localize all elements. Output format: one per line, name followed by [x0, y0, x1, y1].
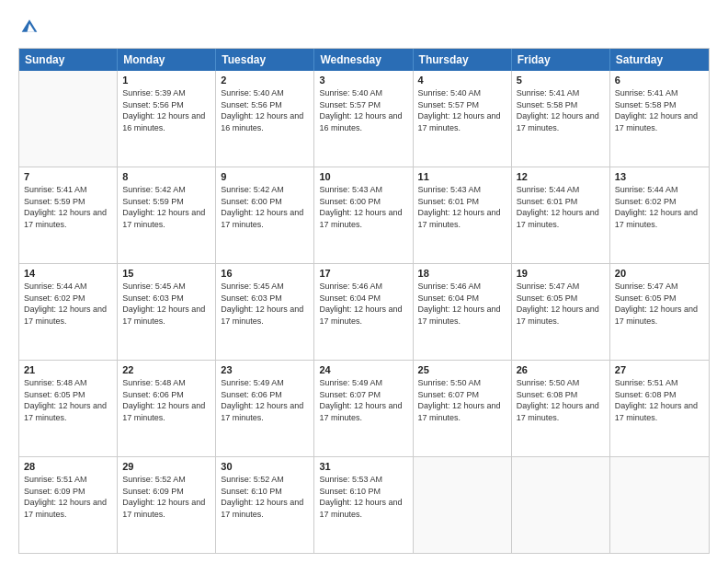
cal-header-cell: Saturday [610, 49, 709, 71]
day-number: 31 [319, 461, 407, 472]
cal-cell: 13Sunrise: 5:44 AMSunset: 6:02 PMDayligh… [610, 167, 709, 263]
cal-cell: 3Sunrise: 5:40 AMSunset: 5:57 PMDaylight… [314, 71, 413, 167]
cell-info: Sunrise: 5:40 AMSunset: 5:56 PMDaylight:… [221, 87, 309, 133]
cal-cell: 23Sunrise: 5:49 AMSunset: 6:06 PMDayligh… [216, 361, 314, 456]
cell-info: Sunrise: 5:45 AMSunset: 6:03 PMDaylight:… [221, 281, 309, 327]
day-number: 14 [24, 268, 112, 279]
cell-info: Sunrise: 5:45 AMSunset: 6:03 PMDaylight:… [122, 281, 210, 327]
cell-info: Sunrise: 5:46 AMSunset: 6:04 PMDaylight:… [418, 281, 506, 327]
cal-cell: 25Sunrise: 5:50 AMSunset: 6:07 PMDayligh… [414, 361, 512, 456]
cal-cell: 24Sunrise: 5:49 AMSunset: 6:07 PMDayligh… [314, 361, 413, 456]
day-number: 28 [24, 461, 112, 472]
cal-cell: 29Sunrise: 5:52 AMSunset: 6:09 PMDayligh… [118, 457, 216, 553]
cal-cell: 5Sunrise: 5:41 AMSunset: 5:58 PMDaylight… [512, 71, 610, 167]
day-number: 27 [615, 364, 704, 375]
cell-info: Sunrise: 5:43 AMSunset: 6:01 PMDaylight:… [418, 184, 506, 230]
cell-info: Sunrise: 5:48 AMSunset: 6:06 PMDaylight:… [122, 377, 210, 423]
day-number: 13 [615, 171, 704, 182]
cal-cell: 1Sunrise: 5:39 AMSunset: 5:56 PMDaylight… [118, 71, 216, 167]
cell-info: Sunrise: 5:52 AMSunset: 6:09 PMDaylight:… [122, 474, 210, 520]
day-number: 5 [517, 75, 605, 86]
calendar-header: SundayMondayTuesdayWednesdayThursdayFrid… [19, 49, 709, 71]
cell-info: Sunrise: 5:48 AMSunset: 6:05 PMDaylight:… [24, 377, 112, 423]
cell-info: Sunrise: 5:39 AMSunset: 5:56 PMDaylight:… [122, 87, 210, 133]
cal-cell: 20Sunrise: 5:47 AMSunset: 6:05 PMDayligh… [610, 264, 709, 360]
day-number: 24 [319, 364, 407, 375]
day-number: 25 [418, 364, 506, 375]
cell-info: Sunrise: 5:52 AMSunset: 6:10 PMDaylight:… [221, 474, 309, 520]
calendar: SundayMondayTuesdayWednesdayThursdayFrid… [18, 48, 710, 554]
cell-info: Sunrise: 5:47 AMSunset: 6:05 PMDaylight:… [517, 281, 605, 327]
day-number: 1 [122, 75, 210, 86]
day-number: 12 [517, 171, 605, 182]
cal-cell: 4Sunrise: 5:40 AMSunset: 5:57 PMDaylight… [414, 71, 512, 167]
day-number: 17 [319, 268, 407, 279]
cell-info: Sunrise: 5:41 AMSunset: 5:59 PMDaylight:… [24, 184, 112, 230]
cal-row: 7Sunrise: 5:41 AMSunset: 5:59 PMDaylight… [19, 167, 709, 264]
cal-cell: 21Sunrise: 5:48 AMSunset: 6:05 PMDayligh… [19, 361, 118, 456]
logo-icon [20, 17, 39, 35]
day-number: 6 [615, 75, 704, 86]
cell-info: Sunrise: 5:41 AMSunset: 5:58 PMDaylight:… [517, 87, 605, 133]
day-number: 29 [122, 461, 210, 472]
day-number: 10 [319, 171, 407, 182]
day-number: 16 [221, 268, 309, 279]
cell-info: Sunrise: 5:44 AMSunset: 6:02 PMDaylight:… [615, 184, 704, 230]
cal-header-cell: Thursday [414, 49, 512, 71]
cal-cell [414, 457, 512, 553]
day-number: 4 [418, 75, 506, 86]
day-number: 22 [122, 364, 210, 375]
cell-info: Sunrise: 5:46 AMSunset: 6:04 PMDaylight:… [319, 281, 407, 327]
cal-header-cell: Monday [118, 49, 216, 71]
cell-info: Sunrise: 5:53 AMSunset: 6:10 PMDaylight:… [319, 474, 407, 520]
cell-info: Sunrise: 5:42 AMSunset: 6:00 PMDaylight:… [221, 184, 309, 230]
cal-cell: 17Sunrise: 5:46 AMSunset: 6:04 PMDayligh… [314, 264, 413, 360]
cell-info: Sunrise: 5:51 AMSunset: 6:09 PMDaylight:… [24, 474, 112, 520]
day-number: 8 [122, 171, 210, 182]
cell-info: Sunrise: 5:40 AMSunset: 5:57 PMDaylight:… [319, 87, 407, 133]
day-number: 3 [319, 75, 407, 86]
day-number: 21 [24, 364, 112, 375]
cal-cell: 11Sunrise: 5:43 AMSunset: 6:01 PMDayligh… [414, 167, 512, 263]
day-number: 26 [517, 364, 605, 375]
cal-row: 28Sunrise: 5:51 AMSunset: 6:09 PMDayligh… [19, 457, 709, 553]
cell-info: Sunrise: 5:43 AMSunset: 6:00 PMDaylight:… [319, 184, 407, 230]
cal-cell: 2Sunrise: 5:40 AMSunset: 5:56 PMDaylight… [216, 71, 314, 167]
day-number: 30 [221, 461, 309, 472]
cal-cell: 6Sunrise: 5:41 AMSunset: 5:58 PMDaylight… [610, 71, 709, 167]
cal-cell [610, 457, 709, 553]
cal-cell: 19Sunrise: 5:47 AMSunset: 6:05 PMDayligh… [512, 264, 610, 360]
day-number: 15 [122, 268, 210, 279]
cal-cell: 8Sunrise: 5:42 AMSunset: 5:59 PMDaylight… [118, 167, 216, 263]
cell-info: Sunrise: 5:49 AMSunset: 6:07 PMDaylight:… [319, 377, 407, 423]
cal-header-cell: Friday [512, 49, 610, 71]
day-number: 20 [615, 268, 704, 279]
cal-row: 21Sunrise: 5:48 AMSunset: 6:05 PMDayligh… [19, 361, 709, 457]
cal-row: 1Sunrise: 5:39 AMSunset: 5:56 PMDaylight… [19, 71, 709, 167]
cal-header-cell: Tuesday [216, 49, 314, 71]
cal-cell: 15Sunrise: 5:45 AMSunset: 6:03 PMDayligh… [118, 264, 216, 360]
cal-cell: 27Sunrise: 5:51 AMSunset: 6:08 PMDayligh… [610, 361, 709, 456]
cell-info: Sunrise: 5:44 AMSunset: 6:01 PMDaylight:… [517, 184, 605, 230]
cal-cell: 9Sunrise: 5:42 AMSunset: 6:00 PMDaylight… [216, 167, 314, 263]
cell-info: Sunrise: 5:40 AMSunset: 5:57 PMDaylight:… [418, 87, 506, 133]
cal-cell: 22Sunrise: 5:48 AMSunset: 6:06 PMDayligh… [118, 361, 216, 456]
cell-info: Sunrise: 5:47 AMSunset: 6:05 PMDaylight:… [615, 281, 704, 327]
cell-info: Sunrise: 5:41 AMSunset: 5:58 PMDaylight:… [615, 87, 704, 133]
cell-info: Sunrise: 5:49 AMSunset: 6:06 PMDaylight:… [221, 377, 309, 423]
day-number: 23 [221, 364, 309, 375]
day-number: 19 [517, 268, 605, 279]
day-number: 18 [418, 268, 506, 279]
cell-info: Sunrise: 5:50 AMSunset: 6:07 PMDaylight:… [418, 377, 506, 423]
day-number: 9 [221, 171, 309, 182]
header [18, 17, 710, 39]
logo [18, 17, 40, 39]
cal-cell: 31Sunrise: 5:53 AMSunset: 6:10 PMDayligh… [314, 457, 413, 553]
cal-cell: 14Sunrise: 5:44 AMSunset: 6:02 PMDayligh… [19, 264, 118, 360]
cal-cell [19, 71, 118, 167]
day-number: 7 [24, 171, 112, 182]
cal-header-cell: Sunday [19, 49, 118, 71]
cal-header-cell: Wednesday [314, 49, 413, 71]
cal-cell: 16Sunrise: 5:45 AMSunset: 6:03 PMDayligh… [216, 264, 314, 360]
calendar-body: 1Sunrise: 5:39 AMSunset: 5:56 PMDaylight… [19, 71, 709, 553]
